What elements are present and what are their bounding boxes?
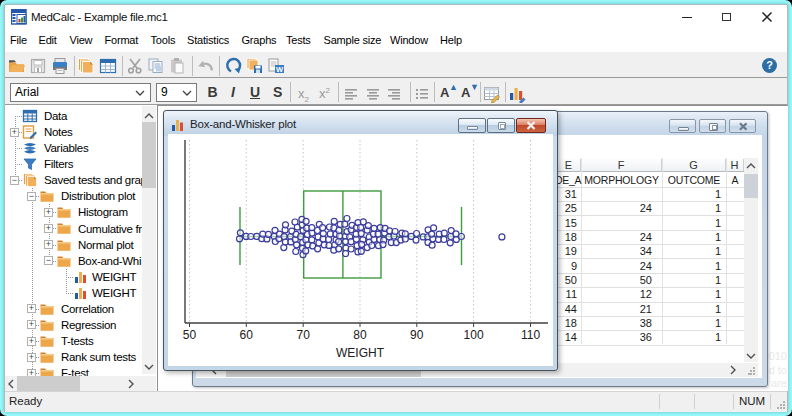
svg-text:80: 80: [353, 328, 367, 342]
svg-text:W: W: [276, 65, 284, 74]
svg-text:60: 60: [240, 328, 254, 342]
svg-text:100: 100: [464, 328, 484, 342]
svg-text:70: 70: [297, 328, 311, 342]
svg-text:WEIGHT: WEIGHT: [336, 346, 385, 360]
svg-text:90: 90: [410, 328, 424, 342]
svg-text:110: 110: [521, 328, 540, 342]
svg-text:50: 50: [183, 328, 197, 342]
